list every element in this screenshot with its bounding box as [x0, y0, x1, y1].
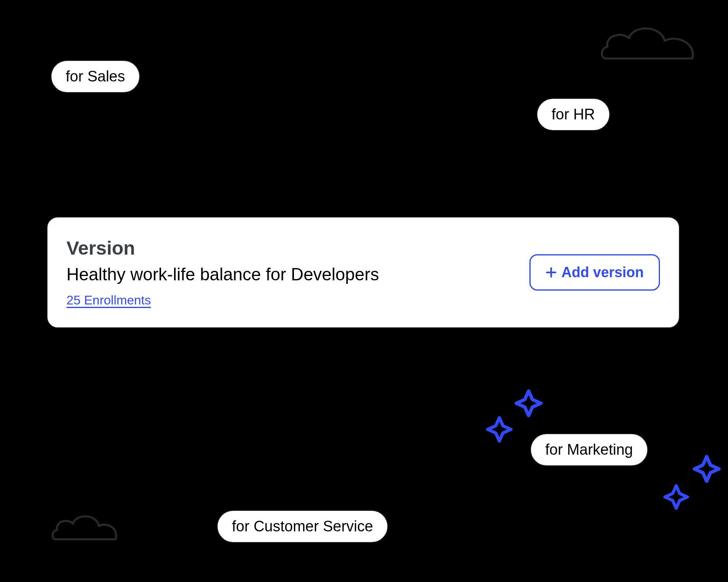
sparkle-icon: [486, 416, 513, 443]
cloud-icon-bottom-left: [49, 508, 120, 544]
pill-label: for HR: [552, 106, 595, 123]
cloud-icon-top-right: [597, 19, 700, 66]
pill-for-customer-service[interactable]: for Customer Service: [217, 510, 388, 543]
pill-label: for Customer Service: [232, 518, 373, 535]
version-heading: Version: [66, 237, 379, 259]
add-version-button[interactable]: Add version: [529, 254, 660, 291]
plus-icon: [546, 267, 557, 278]
version-title: Healthy work-life balance for Developers: [66, 265, 379, 284]
pill-label: for Marketing: [545, 441, 633, 458]
pill-for-sales[interactable]: for Sales: [51, 60, 140, 93]
sparkle-icon: [692, 455, 721, 483]
add-version-label: Add version: [561, 264, 644, 281]
version-card: Version Healthy work-life balance for De…: [47, 217, 680, 328]
sparkle-icon: [514, 389, 543, 418]
enrollments-link[interactable]: 25 Enrollments: [66, 293, 379, 308]
pill-for-hr[interactable]: for HR: [537, 98, 610, 131]
pill-label: for Sales: [66, 68, 125, 85]
pill-for-marketing[interactable]: for Marketing: [530, 433, 648, 466]
sparkle-icon: [663, 484, 689, 510]
